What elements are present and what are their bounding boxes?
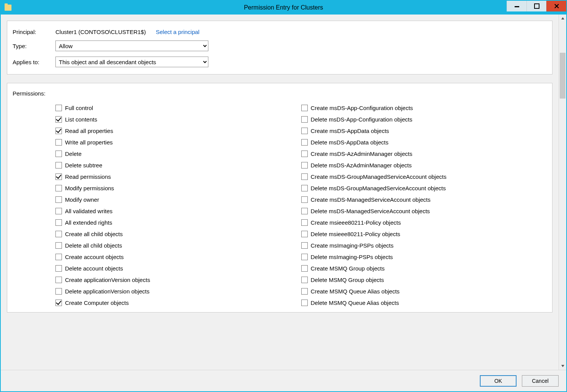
permission-item[interactable]: Delete subtree bbox=[55, 159, 301, 171]
permission-checkbox[interactable] bbox=[301, 208, 308, 214]
permission-checkbox[interactable] bbox=[301, 128, 308, 134]
permission-checkbox[interactable] bbox=[301, 242, 308, 249]
permission-checkbox[interactable] bbox=[55, 254, 62, 260]
maximize-button[interactable] bbox=[526, 1, 546, 11]
type-select[interactable]: Allow bbox=[55, 40, 208, 51]
permission-item[interactable]: Create MSMQ Queue Alias objects bbox=[301, 285, 547, 297]
permission-item[interactable]: Delete msieee80211-Policy objects bbox=[301, 228, 547, 240]
permission-item[interactable]: Delete all child objects bbox=[55, 240, 301, 251]
permission-checkbox[interactable] bbox=[55, 219, 62, 226]
permission-item[interactable]: Delete msImaging-PSPs objects bbox=[301, 251, 547, 262]
permission-checkbox[interactable] bbox=[301, 139, 308, 146]
scroll-track[interactable] bbox=[559, 22, 566, 362]
permission-item[interactable]: Delete msDS-GroupManagedServiceAccount o… bbox=[301, 182, 547, 194]
permission-item[interactable]: Read permissions bbox=[55, 171, 301, 182]
permission-checkbox[interactable] bbox=[55, 151, 62, 157]
permission-item[interactable]: All extended rights bbox=[55, 217, 301, 228]
permission-item[interactable]: List contents bbox=[55, 113, 301, 125]
scroll-thumb[interactable] bbox=[560, 53, 565, 99]
permission-item[interactable]: Delete applicationVersion objects bbox=[55, 285, 301, 297]
permission-item[interactable]: Delete msDS-App-Configuration objects bbox=[301, 113, 547, 125]
permission-item[interactable]: Delete msDS-AzAdminManager objects bbox=[301, 159, 547, 171]
permission-label: Create msDS-AzAdminManager objects bbox=[311, 151, 413, 157]
svg-rect-1 bbox=[535, 4, 539, 8]
permission-checkbox[interactable] bbox=[301, 116, 308, 123]
permission-checkbox[interactable] bbox=[301, 265, 308, 272]
permission-item[interactable]: Read all properties bbox=[55, 125, 301, 136]
permission-checkbox[interactable] bbox=[301, 105, 308, 111]
permission-item[interactable]: Create msImaging-PSPs objects bbox=[301, 240, 547, 251]
permission-item[interactable]: Write all properties bbox=[55, 136, 301, 148]
permission-item[interactable]: Delete MSMQ Group objects bbox=[301, 274, 547, 285]
close-icon bbox=[554, 3, 559, 9]
permissions-title: Permissions: bbox=[13, 90, 547, 97]
permission-checkbox[interactable] bbox=[301, 151, 308, 157]
permission-label: Full control bbox=[65, 105, 93, 111]
permission-checkbox[interactable] bbox=[55, 208, 62, 214]
close-button[interactable] bbox=[546, 1, 566, 11]
permission-label: Delete msDS-ManagedServiceAccount object… bbox=[311, 208, 430, 214]
permission-item[interactable]: Create Computer objects bbox=[55, 297, 301, 308]
ok-button[interactable]: OK bbox=[480, 375, 517, 387]
permission-checkbox[interactable] bbox=[55, 231, 62, 237]
permission-item[interactable]: Create msDS-AzAdminManager objects bbox=[301, 148, 547, 159]
permission-item[interactable]: Create all child objects bbox=[55, 228, 301, 240]
permission-checkbox[interactable] bbox=[55, 173, 62, 180]
minimize-button[interactable] bbox=[507, 1, 526, 11]
applies-to-select[interactable]: This object and all descendant objects bbox=[55, 57, 208, 67]
permission-item[interactable]: Create applicationVersion objects bbox=[55, 274, 301, 285]
principal-row: Principal: Cluster1 (CONTOSO\CLUSTER1$) … bbox=[13, 29, 547, 35]
permission-checkbox[interactable] bbox=[55, 185, 62, 191]
scroll-up-arrow-icon[interactable] bbox=[559, 15, 566, 22]
permission-checkbox[interactable] bbox=[301, 288, 308, 295]
permission-checkbox[interactable] bbox=[55, 242, 62, 249]
permission-label: Create MSMQ Queue Alias objects bbox=[311, 288, 400, 295]
permission-item[interactable]: Delete msDS-AppData objects bbox=[301, 136, 547, 148]
permission-item[interactable]: Delete bbox=[55, 148, 301, 159]
permission-checkbox[interactable] bbox=[301, 162, 308, 168]
permission-item[interactable]: Create msDS-AppData objects bbox=[301, 125, 547, 136]
permission-label: Write all properties bbox=[65, 139, 113, 146]
permission-checkbox[interactable] bbox=[55, 105, 62, 111]
permission-checkbox[interactable] bbox=[55, 288, 62, 295]
permission-item[interactable]: Create msDS-GroupManagedServiceAccount o… bbox=[301, 171, 547, 182]
permission-checkbox[interactable] bbox=[55, 128, 62, 134]
cancel-button[interactable]: Cancel bbox=[522, 375, 559, 387]
permission-label: Create msieee80211-Policy objects bbox=[311, 219, 401, 226]
permission-checkbox[interactable] bbox=[55, 162, 62, 168]
permission-item[interactable]: Create MSMQ Group objects bbox=[301, 262, 547, 274]
permission-item[interactable]: Modify permissions bbox=[55, 182, 301, 194]
svg-rect-0 bbox=[515, 6, 519, 7]
permission-item[interactable]: Delete account objects bbox=[55, 262, 301, 274]
permission-checkbox[interactable] bbox=[55, 300, 62, 306]
permission-item[interactable]: Delete MSMQ Queue Alias objects bbox=[301, 297, 547, 308]
permission-item[interactable]: Create msieee80211-Policy objects bbox=[301, 217, 547, 228]
permission-item[interactable]: Modify owner bbox=[55, 194, 301, 205]
permission-checkbox[interactable] bbox=[301, 219, 308, 226]
permission-checkbox[interactable] bbox=[55, 265, 62, 272]
select-principal-link[interactable]: Select a principal bbox=[156, 29, 199, 35]
permission-checkbox[interactable] bbox=[301, 277, 308, 283]
permission-item[interactable]: Create msDS-App-Configuration objects bbox=[301, 102, 547, 113]
permission-checkbox[interactable] bbox=[301, 196, 308, 203]
permission-checkbox[interactable] bbox=[301, 254, 308, 260]
scroll-down-arrow-icon[interactable] bbox=[559, 362, 566, 370]
permission-checkbox[interactable] bbox=[301, 231, 308, 237]
permission-checkbox[interactable] bbox=[55, 116, 62, 123]
permission-checkbox[interactable] bbox=[55, 277, 62, 283]
permissions-grid: Full controlList contentsRead all proper… bbox=[13, 102, 547, 308]
svg-marker-5 bbox=[561, 365, 564, 367]
window-controls bbox=[507, 1, 566, 11]
principal-panel: Principal: Cluster1 (CONTOSO\CLUSTER1$) … bbox=[7, 21, 552, 75]
permission-checkbox[interactable] bbox=[55, 139, 62, 146]
vertical-scrollbar[interactable] bbox=[559, 15, 566, 370]
permission-item[interactable]: Create msDS-ManagedServiceAccount object… bbox=[301, 194, 547, 205]
permission-item[interactable]: Create account objects bbox=[55, 251, 301, 262]
permission-checkbox[interactable] bbox=[55, 196, 62, 203]
permission-checkbox[interactable] bbox=[301, 300, 308, 306]
permission-checkbox[interactable] bbox=[301, 173, 308, 180]
permission-item[interactable]: Delete msDS-ManagedServiceAccount object… bbox=[301, 205, 547, 217]
permission-item[interactable]: Full control bbox=[55, 102, 301, 113]
permission-checkbox[interactable] bbox=[301, 185, 308, 191]
permission-item[interactable]: All validated writes bbox=[55, 205, 301, 217]
